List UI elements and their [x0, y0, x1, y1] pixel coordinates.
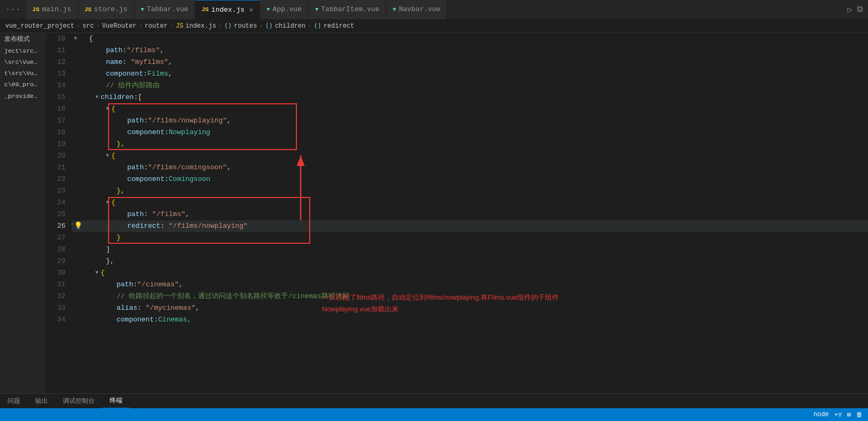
annotation-line1: 一旦匹配了films路径，自动定位到/films/nowplaying,将Fil…	[322, 292, 559, 303]
tab-label: index.js	[211, 6, 244, 14]
tab-label: main.js	[42, 5, 71, 13]
main-layout: 发布模式 ject\src\VueR... \src\VueRout... t\…	[0, 33, 868, 393]
menu-dots[interactable]: ···	[0, 5, 26, 14]
sidebar-item-1[interactable]: ject\src\VueR...	[0, 45, 45, 56]
code-line-25: path: "/films",	[72, 209, 868, 220]
code-line-23: },	[72, 185, 868, 197]
tab-tabbaritem-vue[interactable]: ▼ TabbarItem.vue	[309, 0, 386, 19]
code-line-16: ▼{	[72, 103, 868, 115]
js-icon: JS	[202, 6, 209, 13]
bulb-icon[interactable]: 💡	[74, 220, 82, 232]
sidebar-item-3[interactable]: t\src\VueRou...	[0, 68, 45, 79]
code-line-30: ▼{	[72, 267, 868, 279]
top-right-icons: ▷ ⧉	[847, 4, 868, 15]
collapse-arrow-10[interactable]: ▼	[74, 33, 77, 45]
collapse-arrow-24[interactable]: ▼	[106, 197, 109, 209]
code-line-15: ▼children:[	[72, 92, 868, 103]
run-icon[interactable]: ▷	[847, 4, 853, 15]
split-panel-icon[interactable]: ⊞	[847, 411, 851, 419]
code-line-26: 💡 redirect: "/films/nowplaying"	[72, 220, 868, 232]
sidebar: 发布模式 ject\src\VueR... \src\VueRout... t\…	[0, 33, 45, 393]
code-line-21: path:"/films/comingsoon",	[72, 162, 868, 174]
code-line-11: path:"/films",	[72, 45, 868, 56]
js-icon: JS	[85, 6, 92, 13]
status-bar: node +▽ ⊞ 🗑	[0, 408, 868, 421]
sidebar-item-publish[interactable]: 发布模式	[0, 33, 45, 45]
code-line-34: component:Cinemas,	[72, 314, 868, 326]
delete-icon[interactable]: 🗑	[856, 411, 863, 419]
code-line-31: path:"/cinemas",	[72, 279, 868, 291]
code-line-17: path:"/films/nowplaying",	[72, 115, 868, 127]
editor-area: 10 11 12 13 14 15 16 17 18 19 20 21 22 2…	[45, 33, 868, 393]
breadcrumb: vue_router_project › src › VueRouter › r…	[0, 19, 868, 33]
close-icon[interactable]: ✕	[250, 6, 253, 14]
sidebar-item-4[interactable]: c\09_provide...	[0, 79, 45, 90]
code-line-13: component:Films,	[72, 68, 868, 80]
tab-label: store.js	[94, 5, 127, 13]
collapse-arrow-16[interactable]: ▼	[106, 103, 109, 115]
code-line-28: ]	[72, 244, 868, 255]
tab-label: Navbar.vue	[399, 5, 440, 13]
code-line-10: ▼{	[72, 33, 868, 45]
panel-tab-output[interactable]: 输出	[28, 394, 55, 409]
node-label: node	[814, 411, 829, 418]
annotation-text: 一旦匹配了films路径，自动定位到/films/nowplaying,将Fil…	[322, 292, 559, 315]
code-line-18: component:Nowplaying	[72, 127, 868, 138]
sidebar-item-5[interactable]: _provide和inj...	[0, 90, 45, 102]
panel-tab-terminal[interactable]: 终端	[102, 394, 130, 409]
tab-label: TabbarItem.vue	[321, 5, 379, 13]
line-numbers: 10 11 12 13 14 15 16 17 18 19 20 21 22 2…	[45, 33, 72, 393]
collapse-arrow-20[interactable]: ▼	[106, 150, 109, 162]
tab-index-js[interactable]: JS index.js ✕	[195, 0, 260, 19]
tab-main-js[interactable]: JS main.js	[26, 0, 78, 19]
js-icon: JS	[32, 6, 39, 13]
vue-icon: ▼	[140, 6, 144, 13]
split-editor-icon[interactable]: ⧉	[857, 4, 863, 14]
tab-store-js[interactable]: JS store.js	[78, 0, 135, 19]
code-content[interactable]: ▼{ path:"/films", name: "myfilms", compo…	[72, 33, 868, 393]
bottom-panel: 问题 输出 调试控制台 终端	[0, 393, 868, 408]
panel-tab-problems[interactable]: 问题	[0, 394, 28, 409]
plus-icon[interactable]: +▽	[834, 411, 841, 419]
collapse-arrow-30[interactable]: ▼	[95, 267, 98, 279]
code-line-27: }	[72, 232, 868, 244]
vue-icon: ▼	[393, 6, 396, 13]
code-line-29: },	[72, 255, 868, 267]
tab-app-vue[interactable]: ▼ App.vue	[260, 0, 309, 19]
code-line-20: ▼{	[72, 150, 868, 162]
code-line-14: // 组件内部路由	[72, 80, 868, 92]
status-bar-right: node +▽ ⊞ 🗑	[814, 411, 863, 419]
tab-navbar-vue[interactable]: ▼ Navbar.vue	[386, 0, 448, 19]
tab-label: Tabbar.vue	[147, 5, 188, 13]
code-line-19: },	[72, 138, 868, 150]
sidebar-item-2[interactable]: \src\VueRout...	[0, 56, 45, 68]
tab-tabbar-vue[interactable]: ▼ Tabbar.vue	[134, 0, 195, 19]
tabs-bar: ··· JS main.js JS store.js ▼ Tabbar.vue …	[0, 0, 868, 19]
annotation-line2: Nowplaying.vue加载出来	[322, 303, 559, 315]
code-line-22: component:Comingsoon	[72, 174, 868, 185]
code-line-24: ▼{	[72, 197, 868, 209]
vue-icon: ▼	[315, 6, 319, 13]
code-line-12: name: "myfilms",	[72, 56, 868, 68]
panel-tab-debug[interactable]: 调试控制台	[55, 394, 102, 409]
vue-icon: ▼	[267, 6, 270, 13]
collapse-arrow-15[interactable]: ▼	[95, 92, 98, 103]
tab-label: App.vue	[272, 5, 302, 13]
